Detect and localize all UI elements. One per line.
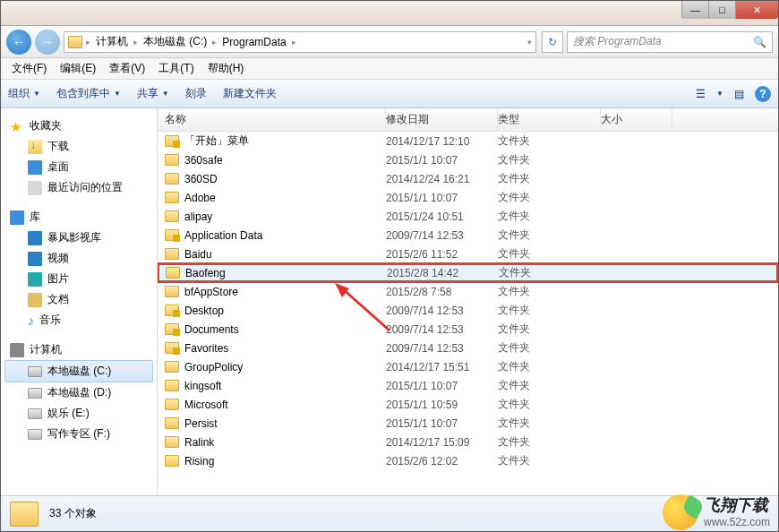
menu-edit[interactable]: 编辑(E) [55,59,101,78]
search-input[interactable]: 搜索 ProgramData 🔍 [567,31,773,53]
file-row[interactable]: Desktop2009/7/14 12:53文件夹 [158,301,778,320]
file-row[interactable]: Baofeng2015/2/8 14:42文件夹 [158,263,778,282]
file-row[interactable]: 「开始」菜单2014/12/17 12:10文件夹 [158,132,778,150]
file-type: 文件夹 [498,453,601,468]
folder-icon [10,502,39,527]
file-row[interactable]: Application Data2009/7/14 12:53文件夹 [158,226,778,245]
file-row[interactable]: Documents2009/7/14 12:53文件夹 [158,320,778,339]
help-icon[interactable]: ? [755,86,771,102]
folder-icon [165,323,179,335]
tree-computer: 计算机 本地磁盘 (C:) 本地磁盘 (D:) 娱乐 (E:) 写作专区 (F:… [4,339,153,444]
recent-icon [28,181,42,195]
view-mode-button[interactable]: ☰ [696,88,706,100]
file-row[interactable]: Adobe2015/1/1 10:07文件夹 [158,188,778,207]
organize-button[interactable]: 组织▼ [8,86,40,101]
burn-button[interactable]: 刻录 [185,86,207,101]
sidebar-item-documents[interactable]: 文档 [4,289,153,310]
sidebar-item-drive-c[interactable]: 本地磁盘 (C:) [4,360,153,382]
sidebar-item-drive-f[interactable]: 写作专区 (F:) [4,424,153,444]
libraries-header[interactable]: 库 [4,207,153,227]
chevron-right-icon: ▸ [212,38,217,47]
file-row[interactable]: Persist2015/1/1 10:07文件夹 [158,414,778,433]
file-row[interactable]: alipay2015/1/24 10:51文件夹 [158,207,778,226]
drive-icon [28,366,42,377]
file-list[interactable]: 「开始」菜单2014/12/17 12:10文件夹360safe2015/1/1… [158,132,778,495]
file-type: 文件夹 [498,171,601,186]
breadcrumb-programdata[interactable]: ProgramData [220,36,287,48]
preview-pane-button[interactable]: ▤ [734,88,744,100]
sidebar-item-music[interactable]: ♪音乐 [4,310,153,330]
file-name: GroupPolicy [184,361,243,373]
window-controls: — □ ✕ [681,1,778,19]
file-type: 文件夹 [498,133,601,149]
titlebar: — □ ✕ [1,1,778,26]
column-type[interactable]: 类型 [498,108,601,131]
file-name: Rising [184,455,214,468]
share-button[interactable]: 共享▼ [137,86,169,101]
sidebar-item-downloads[interactable]: 下载 [4,136,153,157]
toolbar-right: ☰▼ ▤ ? [696,86,771,102]
chevron-down-icon[interactable]: ▾ [527,38,532,47]
file-row[interactable]: GroupPolicy2014/12/17 15:51文件夹 [158,357,778,376]
column-name[interactable]: 名称 [158,108,386,131]
folder-icon [165,361,179,373]
file-row[interactable]: Rising2015/2/6 12:02文件夹 [158,451,778,470]
folder-icon [165,417,179,429]
file-name: Baidu [184,248,212,261]
sidebar-item-recent[interactable]: 最近访问的位置 [4,177,153,198]
folder-icon [166,267,180,279]
maximize-button[interactable]: □ [708,1,735,19]
body: ★收藏夹 下载 桌面 最近访问的位置 库 暴风影视库 视频 图片 文档 ♪音乐 … [1,108,778,495]
sidebar-item-drive-e[interactable]: 娱乐 (E:) [4,403,153,424]
file-row[interactable]: kingsoft2015/1/1 10:07文件夹 [158,376,778,395]
file-date: 2015/1/1 10:07 [386,380,498,392]
sidebar-item-pictures[interactable]: 图片 [4,269,153,289]
sidebar-item-drive-d[interactable]: 本地磁盘 (D:) [4,382,153,403]
include-in-library-button[interactable]: 包含到库中▼ [56,86,121,101]
menu-tools[interactable]: 工具(T) [153,59,199,78]
file-date: 2009/7/14 12:53 [386,323,498,336]
file-name: Documents [184,323,239,336]
file-date: 2015/2/6 12:02 [386,455,498,468]
forward-button[interactable]: → [35,30,60,55]
folder-icon [68,36,82,48]
chevron-down-icon: ▼ [33,90,40,98]
file-row[interactable]: 360safe2015/1/1 10:07文件夹 [158,150,778,169]
sidebar-item-videos[interactable]: 视频 [4,248,153,269]
file-row[interactable]: Baidu2015/2/6 11:52文件夹 [158,245,778,263]
chevron-right-icon: ▸ [86,38,90,47]
minimize-button[interactable]: — [681,1,708,19]
column-size[interactable]: 大小 [601,108,672,131]
refresh-button[interactable]: ↻ [542,31,563,53]
close-button[interactable]: ✕ [735,1,778,19]
sidebar-item-storm[interactable]: 暴风影视库 [4,227,153,248]
computer-icon [10,343,24,357]
sidebar-item-desktop[interactable]: 桌面 [4,157,153,177]
file-row[interactable]: Favorites2009/7/14 12:53文件夹 [158,339,778,357]
new-folder-button[interactable]: 新建文件夹 [223,86,277,101]
lock-icon [173,235,180,242]
file-type: 文件夹 [498,378,601,393]
file-row[interactable]: bfAppStore2015/2/8 7:58文件夹 [158,282,778,301]
menu-file[interactable]: 文件(F) [6,59,52,78]
column-date[interactable]: 修改日期 [386,108,498,131]
file-row[interactable]: Ralink2014/12/17 15:09文件夹 [158,433,778,451]
file-name: Persist [184,417,218,430]
menu-view[interactable]: 查看(V) [104,59,150,78]
file-type: 文件夹 [498,284,601,299]
file-name: alipay [184,210,212,223]
breadcrumb-drive-c[interactable]: 本地磁盘 (C:) [141,34,209,49]
breadcrumb-computer[interactable]: 计算机 [94,34,130,49]
menu-help[interactable]: 帮助(H) [202,59,250,78]
favorites-header[interactable]: ★收藏夹 [4,116,153,136]
file-row[interactable]: Microsoft2015/1/1 10:59文件夹 [158,395,778,414]
back-button[interactable]: ← [6,30,31,55]
drive-icon [28,429,42,440]
desktop-icon [28,160,42,175]
file-name: 360safe [184,154,223,167]
file-row[interactable]: 360SD2014/12/24 16:21文件夹 [158,169,778,188]
address-bar[interactable]: ▸ 计算机 ▸ 本地磁盘 (C:) ▸ ProgramData ▸ ▾ [64,31,536,53]
picture-icon [28,272,42,287]
computer-header[interactable]: 计算机 [4,339,153,360]
file-type: 文件夹 [498,416,601,431]
